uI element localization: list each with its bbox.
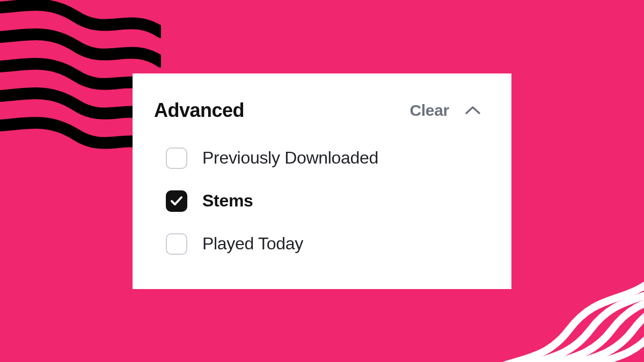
checkbox-unchecked[interactable] — [166, 147, 187, 169]
option-stems[interactable]: Stems — [166, 190, 481, 212]
checkbox-unchecked[interactable] — [166, 233, 187, 255]
option-played-today[interactable]: Played Today — [166, 233, 481, 255]
checkbox-checked[interactable] — [166, 190, 187, 212]
option-label: Stems — [202, 191, 253, 211]
panel-header: Advanced Clear — [154, 99, 481, 122]
option-label: Previously Downloaded — [202, 148, 378, 168]
header-actions: Clear — [409, 101, 481, 120]
option-previously-downloaded[interactable]: Previously Downloaded — [166, 147, 481, 169]
check-icon — [170, 196, 183, 206]
clear-button[interactable]: Clear — [409, 101, 449, 120]
panel-title: Advanced — [154, 99, 244, 122]
options-list: Previously Downloaded Stems Played Today — [154, 147, 481, 255]
advanced-filter-panel: Advanced Clear Previously Downloaded Ste… — [133, 73, 511, 289]
option-label: Played Today — [202, 234, 303, 254]
collapse-toggle[interactable] — [464, 102, 481, 119]
chevron-up-icon — [465, 106, 480, 115]
